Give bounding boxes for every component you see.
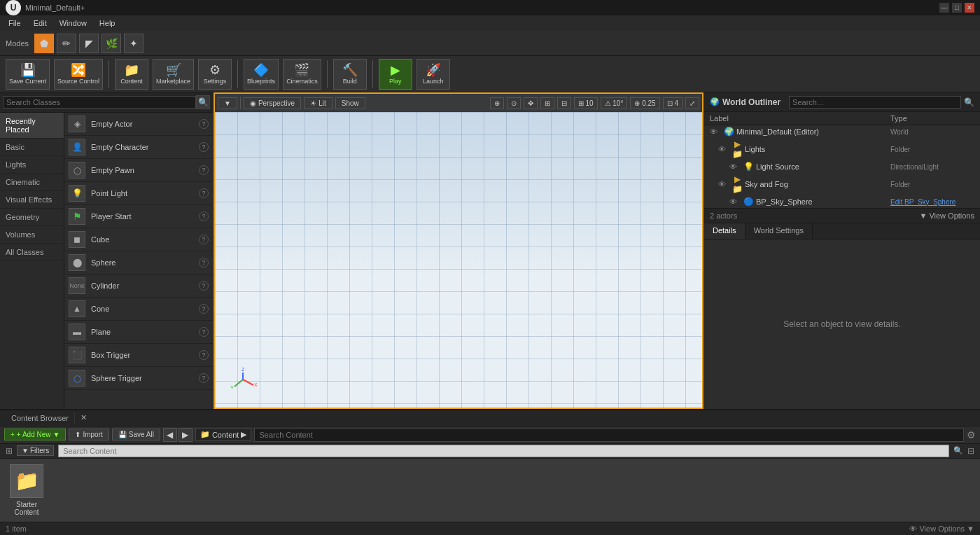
sidebar-item-basic[interactable]: Basic (0, 139, 64, 156)
menu-help[interactable]: Help (94, 18, 121, 29)
place-item-empty-character[interactable]: 👤 Empty Character ? (64, 136, 213, 159)
nav-forward-button[interactable]: ▶ (178, 428, 192, 442)
sphere-info[interactable]: ? (199, 258, 209, 268)
empty-character-info[interactable]: ? (199, 142, 209, 152)
wo-item-minimal-default[interactable]: 👁 🌍 Minimal_Default (Editor) World (704, 125, 980, 138)
cylinder-info[interactable]: ? (199, 281, 209, 291)
wo-eye-skysphere[interactable]: 👁 (729, 197, 741, 206)
place-item-box-trigger[interactable]: ⬛ Box Trigger ? (64, 344, 213, 367)
sidebar-item-all-classes[interactable]: All Classes (0, 244, 64, 261)
place-item-cone[interactable]: ▲ Cone ? (64, 298, 213, 321)
content-browser-tab[interactable]: Content Browser (6, 412, 75, 424)
grid-size-button[interactable]: ⊞ 10 (574, 97, 598, 109)
mode-landscape[interactable]: ◤ (79, 34, 99, 53)
place-item-point-light[interactable]: 💡 Point Light ? (64, 182, 213, 205)
save-current-button[interactable]: 💾 Save Current (6, 59, 50, 90)
cube-info[interactable]: ? (199, 235, 209, 244)
search-icon[interactable]: 🔍 (196, 95, 210, 109)
maximize-button[interactable]: □ (952, 3, 962, 13)
perspective-button[interactable]: ◉ Perspective (244, 97, 301, 109)
viewport[interactable]: ▼ ◉ Perspective ☀ Lit Show ⊕ ⊙ ✥ ⊞ ⊟ ⊞ 1… (214, 92, 704, 409)
content-button[interactable]: 📁 Content (115, 59, 148, 90)
source-control-button[interactable]: 🔀 Source Control (54, 59, 103, 90)
maximize-viewport-button[interactable]: ⤢ (685, 97, 699, 109)
blueprints-button[interactable]: 🔷 Blueprints (244, 59, 279, 90)
save-all-button[interactable]: 💾 Save All (112, 429, 160, 440)
launch-button[interactable]: 🚀 Launch (416, 59, 450, 90)
add-new-button[interactable]: + + Add New ▼ (4, 429, 66, 440)
cb-inline-search-input[interactable] (58, 445, 949, 457)
wo-eye-minimal[interactable]: 👁 (710, 127, 721, 136)
camera-button-5[interactable]: ⊟ (557, 97, 571, 109)
place-item-player-start[interactable]: ⚑ Player Start ? (64, 205, 213, 228)
empty-actor-info[interactable]: ? (199, 119, 209, 129)
plane-info[interactable]: ? (199, 327, 209, 337)
wo-item-lights-folder[interactable]: 👁 ▶ 📁 Lights Folder (704, 138, 980, 160)
nav-back-button[interactable]: ◀ (163, 428, 177, 442)
cb-view-options-icon[interactable]: ⊟ (967, 446, 974, 456)
play-button[interactable]: ▶ Play (379, 59, 412, 90)
cb-search-icon[interactable]: 🔍 (953, 446, 963, 455)
camera-button-2[interactable]: ⊙ (507, 97, 521, 109)
viewport-dropdown-button[interactable]: ▼ (218, 97, 237, 109)
build-button[interactable]: 🔨 Build (333, 59, 367, 90)
sidebar-item-recently-placed[interactable]: Recently Placed (0, 113, 64, 139)
lit-button[interactable]: ☀ Lit (304, 97, 332, 109)
menu-file[interactable]: File (3, 18, 27, 29)
place-item-empty-actor[interactable]: ◈ Empty Actor ? (64, 113, 213, 136)
box-trigger-info[interactable]: ? (199, 350, 209, 360)
angle-snap-button[interactable]: ⚠ 10° (601, 97, 628, 109)
show-button[interactable]: Show (335, 97, 365, 109)
sidebar-item-lights[interactable]: Lights (0, 156, 64, 174)
place-item-cylinder[interactable]: None Cylinder ? (64, 275, 213, 298)
sidebar-item-visual-effects[interactable]: Visual Effects (0, 191, 64, 209)
world-outliner-search[interactable] (789, 96, 961, 109)
player-start-info[interactable]: ? (199, 211, 209, 221)
search-classes-input[interactable] (3, 96, 196, 109)
cb-grid-view-icon[interactable]: ⊞ (6, 446, 13, 456)
wo-item-light-source[interactable]: 👁 💡 Light Source DirectionalLight (704, 160, 980, 173)
mode-foliage[interactable]: 🌿 (102, 34, 121, 53)
cone-info[interactable]: ? (199, 304, 209, 314)
marketplace-button[interactable]: 🛒 Marketplace (153, 59, 194, 90)
cinematics-button[interactable]: 🎬 Cinematics (283, 59, 321, 90)
content-item-starter-content[interactable]: 📁 Starter Content (6, 464, 48, 516)
menu-edit[interactable]: Edit (28, 18, 52, 29)
mode-paint[interactable]: ✏ (57, 34, 76, 53)
filters-button[interactable]: ▼ Filters (17, 445, 54, 456)
sphere-trigger-info[interactable]: ? (199, 373, 209, 383)
cb-view-options-btn[interactable]: 👁 View Options ▼ (909, 524, 974, 533)
camera-button-4[interactable]: ⊞ (540, 97, 554, 109)
point-light-info[interactable]: ? (199, 188, 209, 198)
camera-speed-button[interactable]: ⊕ (490, 97, 504, 109)
import-button[interactable]: ⬆ Import (69, 429, 108, 440)
wo-item-sky-fog[interactable]: 👁 ▶ 📁 Sky and Fog Folder (704, 173, 980, 195)
close-button[interactable]: ✕ (965, 3, 974, 13)
place-item-sphere-trigger[interactable]: ◯ Sphere Trigger ? (64, 367, 213, 390)
tab-details[interactable]: Details (704, 223, 746, 239)
tab-world-settings[interactable]: World Settings (746, 223, 813, 239)
menu-window[interactable]: Window (54, 18, 92, 29)
cb-settings-icon[interactable]: ⚙ (967, 429, 976, 440)
minimize-button[interactable]: — (939, 3, 949, 13)
place-item-empty-pawn[interactable]: ◯ Empty Pawn ? (64, 159, 213, 182)
wo-type-skysphere[interactable]: Edit BP_Sky_Sphere (890, 198, 974, 206)
viewport-count-button[interactable]: ⊡ 4 (663, 97, 682, 109)
settings-button[interactable]: ⚙ Settings (198, 59, 232, 90)
sidebar-item-cinematic[interactable]: Cinematic (0, 174, 64, 191)
place-item-plane[interactable]: ▬ Plane ? (64, 321, 213, 344)
empty-pawn-info[interactable]: ? (199, 165, 209, 175)
camera-button-3[interactable]: ✥ (524, 97, 538, 109)
wo-eye-lightsource[interactable]: 👁 (729, 162, 741, 171)
wo-search-icon[interactable]: 🔍 (964, 97, 974, 107)
wo-item-bp-sky-sphere[interactable]: 👁 🔵 BP_Sky_Sphere Edit BP_Sky_Sphere (704, 195, 980, 208)
content-search-input[interactable] (254, 428, 964, 442)
wo-eye-lights[interactable]: 👁 (718, 145, 729, 153)
content-browser-close[interactable]: ✕ (80, 413, 87, 422)
sidebar-item-volumes[interactable]: Volumes (0, 226, 64, 244)
view-options-button[interactable]: ▼ View Options (919, 211, 974, 220)
scale-snap-button[interactable]: ⊕ 0.25 (630, 97, 659, 109)
sidebar-item-geometry[interactable]: Geometry (0, 209, 64, 226)
place-item-sphere[interactable]: ⬤ Sphere ? (64, 251, 213, 275)
mode-geometry[interactable]: ✦ (124, 34, 144, 53)
